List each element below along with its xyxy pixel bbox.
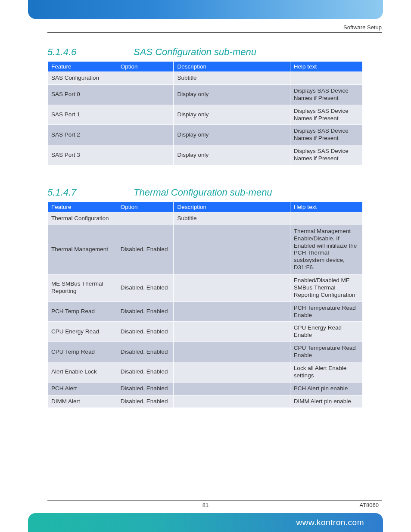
cell-help: CPU Energy Read Enable (290, 322, 362, 342)
cell-description: Display only (174, 84, 290, 105)
cell-help: Displays SAS Device Names if Present (290, 145, 362, 165)
footer-rule (47, 500, 382, 501)
cell-description (174, 395, 290, 408)
section-title: SAS Configuration sub-menu (134, 47, 256, 58)
cell-help: DIMM Alert pin enable (290, 395, 362, 408)
page: Software Setup 5.1.4.6 SAS Configuration… (0, 0, 411, 532)
cell-description (174, 225, 290, 274)
footer-banner: www.kontron.com (28, 513, 383, 532)
cell-description (174, 342, 290, 362)
cell-option (117, 125, 174, 145)
footer-url: www.kontron.com (296, 518, 364, 527)
col-feature: Feature (48, 62, 117, 72)
table-row: ME SMBus Thermal ReportingDisabled, Enab… (48, 274, 363, 302)
table-row: Thermal ManagementDisabled, EnabledTherm… (48, 225, 363, 274)
cell-feature: PCH Alert (48, 382, 117, 395)
breadcrumb: Software Setup (343, 24, 382, 31)
sas-config-table: Feature Option Description Help text SAS… (47, 61, 363, 165)
cell-feature: Thermal Configuration (48, 212, 117, 225)
cell-option (117, 145, 174, 165)
content-area: 5.1.4.6 SAS Configuration sub-menu Featu… (47, 42, 363, 408)
section-heading-thermal: 5.1.4.7 Thermal Configuration sub-menu (47, 187, 363, 198)
cell-feature: DIMM Alert (48, 395, 117, 408)
header-rule (47, 32, 382, 33)
table-row: DIMM AlertDisabled, EnabledDIMM Alert pi… (48, 395, 363, 408)
table-row: PCH Temp ReadDisabled, EnabledPCH Temper… (48, 302, 363, 322)
cell-help: CPU Temperature Read Enable (290, 342, 362, 362)
header-banner (28, 0, 383, 19)
cell-help: Displays SAS Device Names if Present (290, 105, 362, 125)
table-row: PCH AlertDisabled, EnabledPCH Alert pin … (48, 382, 363, 395)
table-row: SAS Port 2Display onlyDisplays SAS Devic… (48, 125, 363, 145)
cell-option (117, 84, 174, 105)
cell-description (174, 362, 290, 382)
cell-option: Disabled, Enabled (117, 302, 174, 322)
cell-help: Lock all Alert Enable settings (290, 362, 362, 382)
model-label: AT8060 (359, 502, 379, 508)
cell-description: Display only (174, 125, 290, 145)
table-row: CPU Energy ReadDisabled, EnabledCPU Ener… (48, 322, 363, 342)
cell-feature: SAS Configuration (48, 72, 117, 85)
cell-feature: ME SMBus Thermal Reporting (48, 274, 117, 302)
cell-help: Displays SAS Device Names if Present (290, 84, 362, 105)
cell-option: Disabled, Enabled (117, 274, 174, 302)
cell-description (174, 302, 290, 322)
table-row: SAS Port 3Display onlyDisplays SAS Devic… (48, 145, 363, 165)
col-help: Help text (290, 62, 362, 72)
cell-feature: SAS Port 1 (48, 105, 117, 125)
cell-option: Disabled, Enabled (117, 225, 174, 274)
cell-description: Subtitle (174, 212, 290, 225)
cell-option: Disabled, Enabled (117, 395, 174, 408)
cell-option: Disabled, Enabled (117, 362, 174, 382)
cell-option (117, 212, 174, 225)
table-row: SAS Port 0Display onlyDisplays SAS Devic… (48, 84, 363, 105)
col-description: Description (174, 202, 290, 212)
cell-help: Thermal Management Enable/Disable. If En… (290, 225, 362, 274)
table-row: SAS ConfigurationSubtitle (48, 72, 363, 85)
cell-feature: CPU Temp Read (48, 342, 117, 362)
cell-feature: SAS Port 3 (48, 145, 117, 165)
cell-description (174, 322, 290, 342)
thermal-config-table: Feature Option Description Help text The… (47, 202, 363, 408)
cell-description (174, 382, 290, 395)
cell-feature: Thermal Management (48, 225, 117, 274)
cell-feature: CPU Energy Read (48, 322, 117, 342)
col-option: Option (117, 202, 174, 212)
cell-feature: SAS Port 0 (48, 84, 117, 105)
cell-description: Subtitle (174, 72, 290, 85)
page-number: 81 (0, 502, 411, 508)
table-row: CPU Temp ReadDisabled, EnabledCPU Temper… (48, 342, 363, 362)
cell-description: Display only (174, 145, 290, 165)
table-row: Alert Enable LockDisabled, EnabledLock a… (48, 362, 363, 382)
cell-option: Disabled, Enabled (117, 322, 174, 342)
col-feature: Feature (48, 202, 117, 212)
cell-help: PCH Alert pin enable (290, 382, 362, 395)
section-title: Thermal Configuration sub-menu (134, 187, 272, 198)
cell-description: Display only (174, 105, 290, 125)
col-option: Option (117, 62, 174, 72)
col-description: Description (174, 62, 290, 72)
cell-help (290, 212, 362, 225)
section-number: 5.1.4.7 (47, 187, 103, 198)
cell-feature: Alert Enable Lock (48, 362, 117, 382)
table-header-row: Feature Option Description Help text (48, 202, 363, 212)
section-number: 5.1.4.6 (47, 47, 103, 58)
cell-option (117, 105, 174, 125)
cell-help: Enabled/Disabled ME SMBus Thermal Report… (290, 274, 362, 302)
table-row: SAS Port 1Display onlyDisplays SAS Devic… (48, 105, 363, 125)
cell-feature: SAS Port 2 (48, 125, 117, 145)
cell-help (290, 72, 362, 85)
cell-feature: PCH Temp Read (48, 302, 117, 322)
cell-help: PCH Temperature Read Enable (290, 302, 362, 322)
cell-option: Disabled, Enabled (117, 382, 174, 395)
table-row: Thermal ConfigurationSubtitle (48, 212, 363, 225)
cell-option (117, 72, 174, 85)
cell-option: Disabled, Enabled (117, 342, 174, 362)
section-heading-sas: 5.1.4.6 SAS Configuration sub-menu (47, 47, 363, 58)
cell-help: Displays SAS Device Names if Present (290, 125, 362, 145)
col-help: Help text (290, 202, 362, 212)
cell-description (174, 274, 290, 302)
table-header-row: Feature Option Description Help text (48, 62, 363, 72)
